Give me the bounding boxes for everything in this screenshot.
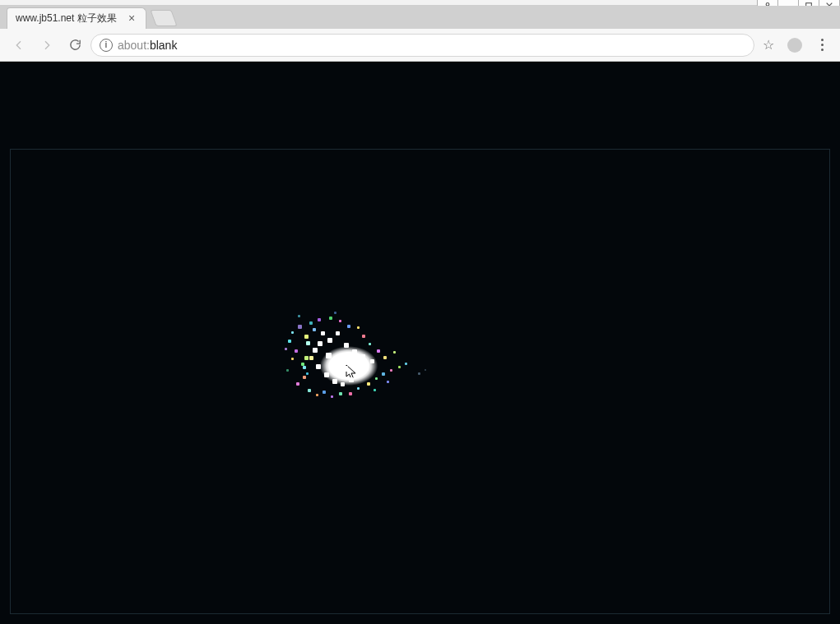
url-page: blank [150,39,177,52]
particle [418,372,420,375]
particle [306,372,309,375]
particle [304,356,309,360]
particle [349,377,354,382]
particle [357,387,360,390]
url-text: about:blank [118,39,177,52]
particle [285,348,287,350]
particle [370,359,374,363]
particle [339,392,342,395]
forward-button[interactable] [35,34,59,57]
particle [309,321,313,325]
particle [295,349,298,353]
particle [344,343,349,348]
particle [296,382,299,386]
particle [342,366,348,372]
toolbar: i about:blank ☆ [0,29,840,62]
particle [329,317,332,320]
particle [326,353,332,358]
tab-close-button[interactable]: × [126,13,137,25]
particle [286,369,289,372]
particle [369,343,371,345]
particle [357,326,360,329]
tab-title: www.jb51.net 粒子效果 [16,12,119,25]
particle [336,331,340,335]
particle [327,338,332,343]
particle [377,349,380,353]
particle [303,376,306,379]
extension-icon[interactable] [787,38,802,53]
particle [291,331,294,334]
particle [291,358,294,360]
particle [387,381,389,383]
url-scheme: about: [118,39,150,52]
particle [298,315,300,317]
particle [375,377,378,380]
particle [324,372,329,377]
particle [332,379,337,384]
particle [341,382,345,386]
particle [393,351,396,354]
particle [309,356,313,360]
particle [318,318,321,321]
reload-button[interactable] [63,34,87,57]
particle [334,312,336,314]
particle [350,361,356,367]
new-tab-button[interactable] [150,10,177,26]
particle [357,372,361,377]
particle [308,389,311,392]
particle [304,335,309,339]
particle [390,369,392,372]
particle [306,341,310,345]
particle [321,331,325,335]
particle [347,325,350,328]
particle [313,328,316,331]
particle [298,325,302,329]
particle [339,320,341,322]
particle [318,341,323,346]
site-info-icon[interactable]: i [100,39,113,52]
particle [337,372,342,377]
particle [374,389,376,391]
particle [405,363,407,365]
particle [398,366,401,368]
particle [313,348,318,353]
particle [425,369,426,371]
particle [364,366,369,371]
particle [288,340,291,343]
particle [382,372,385,376]
particle [360,354,365,359]
back-button[interactable] [7,34,31,57]
particle [303,366,306,369]
particle [316,394,318,396]
particle [383,356,387,359]
page-viewport[interactable] [0,62,840,624]
tabstrip: www.jb51.net 粒子效果 × [0,6,840,29]
titlebar [0,0,840,6]
kebab-menu-button[interactable] [810,39,833,51]
particle [334,359,340,365]
particle [367,382,370,386]
bookmark-star-icon[interactable]: ☆ [758,37,779,53]
particle [331,395,333,398]
particle [323,391,326,394]
particle [352,349,357,354]
address-bar[interactable]: i about:blank [90,34,754,57]
demo-canvas-frame [10,149,830,614]
particle [362,335,365,338]
particle [316,364,321,369]
particle [349,392,352,395]
browser-tab[interactable]: www.jb51.net 粒子效果 × [7,7,146,29]
